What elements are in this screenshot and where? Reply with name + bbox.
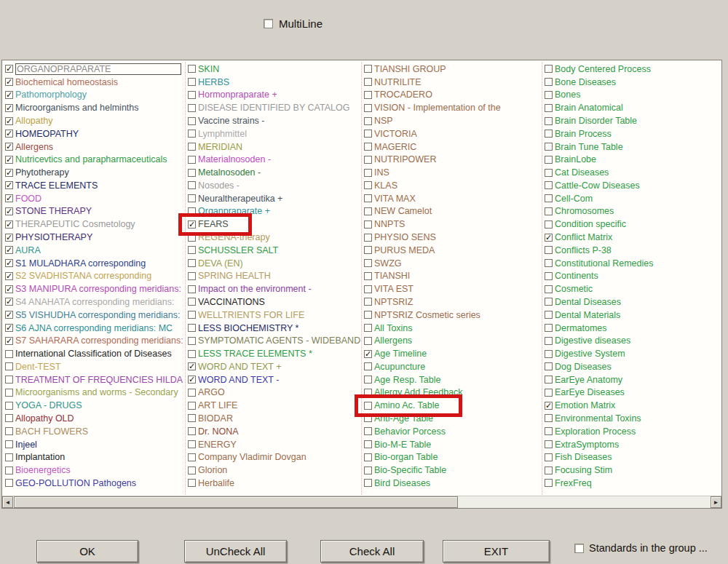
- list-item[interactable]: ✓WORD AND TEXT -: [188, 373, 361, 386]
- checkbox-checked-icon[interactable]: ✓: [5, 246, 13, 254]
- checkbox-unchecked-icon[interactable]: [545, 65, 553, 73]
- list-item[interactable]: Acupuncture: [364, 360, 542, 373]
- list-item[interactable]: ✓S2 SVADHISTANA corresponding: [5, 270, 185, 283]
- list-item[interactable]: ART LIFE: [188, 399, 361, 412]
- list-item[interactable]: Allopathy OLD: [5, 412, 185, 425]
- list-item[interactable]: NUTRILITE: [364, 76, 542, 89]
- checkbox-checked-icon[interactable]: ✓: [5, 130, 13, 138]
- list-item[interactable]: SPRING HEALTH: [188, 270, 361, 283]
- list-item[interactable]: Brain Anatomical: [545, 101, 720, 114]
- checkbox-checked-icon[interactable]: ✓: [545, 402, 553, 410]
- checkbox-checked-icon[interactable]: ✓: [5, 221, 13, 229]
- list-item[interactable]: EarEye Anatomy: [545, 373, 720, 386]
- checkbox-unchecked-icon[interactable]: [5, 453, 13, 461]
- list-item[interactable]: ✓STONE THERAPY: [5, 205, 185, 218]
- checkbox-unchecked-icon[interactable]: [545, 143, 553, 151]
- list-item[interactable]: ARGO: [188, 386, 361, 400]
- list-item[interactable]: Condition specific: [545, 218, 720, 231]
- checkbox-unchecked-icon[interactable]: [545, 78, 553, 86]
- list-item[interactable]: ✓WORD AND TEXT +: [188, 360, 361, 373]
- checkbox-unchecked-icon[interactable]: [188, 285, 196, 293]
- list-item[interactable]: Bio-M-E Table: [364, 438, 542, 451]
- checkbox-unchecked-icon[interactable]: [364, 143, 372, 151]
- checkbox-unchecked-icon[interactable]: [5, 414, 13, 422]
- list-item[interactable]: Dr. NONA: [188, 425, 361, 438]
- list-item[interactable]: ✓Nutricevtics and parapharmaceuticals: [5, 153, 185, 166]
- checkbox-checked-icon[interactable]: ✓: [5, 207, 13, 215]
- list-item[interactable]: VICTORIA: [364, 127, 542, 140]
- list-item[interactable]: Allergens: [364, 334, 542, 347]
- checkbox-unchecked-icon[interactable]: [364, 466, 372, 474]
- list-item[interactable]: Amino Ac. Table: [364, 399, 542, 412]
- checkbox-unchecked-icon[interactable]: [545, 311, 553, 319]
- checkbox-checked-icon[interactable]: ✓: [5, 143, 13, 151]
- checkbox-unchecked-icon[interactable]: [188, 427, 196, 435]
- checkbox-unchecked-icon[interactable]: [545, 156, 553, 164]
- checkbox-unchecked-icon[interactable]: [5, 479, 13, 487]
- list-item[interactable]: ✓ORGANOPRAPARATE: [5, 63, 185, 76]
- checkbox-unchecked-icon[interactable]: [5, 376, 13, 384]
- checkbox-unchecked-icon[interactable]: [5, 362, 13, 370]
- checkbox-unchecked-icon[interactable]: [364, 234, 372, 242]
- list-item[interactable]: Chromosomes: [545, 205, 720, 218]
- checkbox-unchecked-icon[interactable]: [364, 259, 372, 267]
- list-item[interactable]: LESS TRACE ELEMENTS *: [188, 347, 361, 360]
- checkbox-unchecked-icon[interactable]: [364, 362, 372, 370]
- checkbox-checked-icon[interactable]: ✓: [5, 311, 13, 319]
- checkbox-unchecked-icon[interactable]: [545, 362, 553, 370]
- list-item[interactable]: ✓FEARS: [188, 218, 361, 231]
- list-item[interactable]: ✓PHYSIOTHERAPY: [5, 231, 185, 244]
- checkbox-unchecked-icon[interactable]: [364, 453, 372, 461]
- list-item[interactable]: VISION - Implementation of the: [364, 101, 542, 114]
- checkbox-unchecked-icon[interactable]: [188, 104, 196, 112]
- list-item[interactable]: ✓AURA: [5, 244, 185, 257]
- checkbox-unchecked-icon[interactable]: [364, 169, 372, 177]
- checkbox-unchecked-icon[interactable]: [188, 143, 196, 151]
- checkbox-checked-icon[interactable]: ✓: [5, 117, 13, 125]
- checkbox-unchecked-icon[interactable]: [364, 272, 372, 280]
- list-item[interactable]: Glorion: [188, 464, 361, 477]
- checkbox-unchecked-icon[interactable]: [188, 117, 196, 125]
- list-item[interactable]: Organpraparate +: [188, 205, 361, 218]
- checkbox-unchecked-icon[interactable]: [364, 194, 372, 202]
- checkbox-checked-icon[interactable]: ✓: [188, 362, 196, 370]
- checkbox-unchecked-icon[interactable]: [364, 104, 372, 112]
- list-item[interactable]: GEO-POLLUTION Pathogens: [5, 477, 185, 490]
- checkbox-checked-icon[interactable]: ✓: [364, 350, 372, 358]
- checkbox-unchecked-icon[interactable]: [188, 181, 196, 189]
- checkbox-unchecked-icon[interactable]: [364, 402, 372, 410]
- checkbox-unchecked-icon[interactable]: [188, 350, 196, 358]
- scroll-right-icon[interactable]: ►: [711, 496, 721, 508]
- list-item[interactable]: ✓Pathomorphology: [5, 89, 185, 102]
- list-item[interactable]: Brain Tune Table: [545, 140, 720, 154]
- check-all-button[interactable]: Check All: [320, 540, 424, 563]
- checkbox-unchecked-icon[interactable]: [364, 156, 372, 164]
- checkbox-unchecked-icon[interactable]: [545, 466, 553, 474]
- list-item[interactable]: Body Centered Process: [545, 63, 720, 76]
- checkbox-unchecked-icon[interactable]: [545, 259, 553, 267]
- checkbox-checked-icon[interactable]: ✓: [5, 285, 13, 293]
- checkbox-unchecked-icon[interactable]: [364, 311, 372, 319]
- list-item[interactable]: ENERGY: [188, 438, 361, 451]
- checkbox-unchecked-icon[interactable]: [188, 65, 196, 73]
- list-item[interactable]: Brain Process: [545, 127, 720, 140]
- checkbox-unchecked-icon[interactable]: [188, 91, 196, 99]
- checkbox-checked-icon[interactable]: ✓: [5, 298, 13, 306]
- checkbox-unchecked-icon[interactable]: [5, 389, 13, 397]
- list-item[interactable]: Constitutional Remedies: [545, 257, 720, 270]
- checkbox-unchecked-icon[interactable]: [188, 78, 196, 86]
- list-item[interactable]: Company Vladimir Dovgan: [188, 450, 361, 464]
- list-item[interactable]: NSP: [364, 114, 542, 127]
- checkbox-checked-icon[interactable]: ✓: [5, 91, 13, 99]
- checkbox-unchecked-icon[interactable]: [364, 298, 372, 306]
- ok-button[interactable]: OK: [36, 540, 138, 563]
- checkbox-unchecked-icon[interactable]: [188, 234, 196, 242]
- checkbox-unchecked-icon[interactable]: [188, 194, 196, 202]
- list-item[interactable]: Focusing Stim: [545, 464, 720, 477]
- list-item[interactable]: Hormonpraparate +: [188, 89, 361, 102]
- list-item[interactable]: Neuraltherapeutika +: [188, 192, 361, 205]
- list-item[interactable]: SCHUSSLER SALT: [188, 244, 361, 257]
- checkbox-unchecked-icon[interactable]: [188, 440, 196, 448]
- checkbox-unchecked-icon[interactable]: [545, 246, 553, 254]
- list-item[interactable]: KLAS: [364, 179, 542, 192]
